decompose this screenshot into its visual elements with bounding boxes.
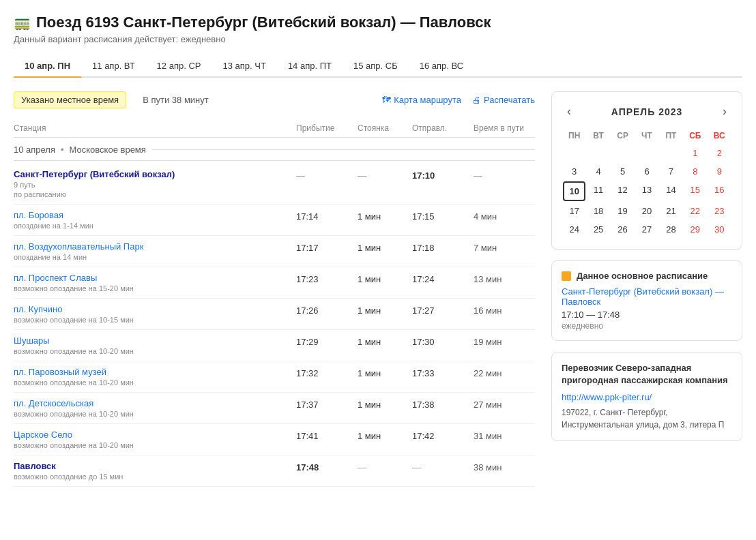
calendar-day[interactable]: 11	[587, 181, 609, 201]
station-departure: —	[412, 461, 474, 472]
calendar-day[interactable]: 14	[660, 181, 682, 201]
date-tab-4[interactable]: 14 апр. ПТ	[277, 55, 343, 76]
calendar-prev-button[interactable]: ‹	[563, 103, 575, 120]
print-link[interactable]: 🖨 Распечатать	[472, 95, 535, 105]
station-travel: 31 мин	[474, 430, 535, 441]
stations-list: Санкт-Петербург (Витебский вокзал)9 путь…	[14, 164, 535, 487]
station-arrival: 17:48	[296, 461, 358, 472]
schedule-info-header: Данное основное расписание	[562, 271, 732, 281]
station-departure: 17:38	[412, 398, 474, 410]
calendar-day	[587, 145, 609, 162]
calendar-day[interactable]: 19	[611, 202, 634, 220]
table-row: пл. Воздухоплавательный Паркопоздание на…	[14, 236, 535, 267]
calendar-day[interactable]: 6	[635, 163, 658, 180]
calendar-day[interactable]: 21	[660, 202, 682, 220]
calendar-day[interactable]: 17	[563, 202, 585, 220]
station-stop: 1 мин	[358, 304, 412, 316]
schedule-dot	[562, 271, 571, 281]
date-tab-2[interactable]: 12 апр. СР	[146, 55, 212, 76]
station-name[interactable]: пл. Воздухоплавательный Парк	[14, 241, 296, 252]
carrier-info: Перевозчик Северо-западная пригородная п…	[551, 352, 742, 441]
map-icon: 🗺	[382, 95, 391, 105]
calendar-dow: ВТ	[587, 128, 609, 143]
carrier-website-link[interactable]: http://www.ppk-piter.ru/	[562, 392, 732, 402]
schedule-times: 17:10 — 17:48	[562, 310, 732, 320]
local-time-badge: Указано местное время	[14, 91, 126, 108]
calendar-day[interactable]: 1	[684, 145, 706, 162]
schedule-route-link[interactable]: Санкт-Петербург (Витебский вокзал) — Пав…	[562, 286, 732, 307]
calendar-day[interactable]: 26	[611, 221, 634, 238]
calendar-day[interactable]: 10	[563, 181, 585, 201]
station-name[interactable]: пл. Проспект Славы	[14, 273, 296, 283]
carrier-title: Перевозчик Северо-западная пригородная п…	[562, 362, 732, 387]
date-tab-3[interactable]: 13 апр. ЧТ	[212, 55, 276, 76]
date-tab-6[interactable]: 16 апр. ВС	[409, 55, 474, 76]
calendar-day[interactable]: 4	[587, 163, 609, 180]
schedule-info-title: Данное основное расписание	[577, 271, 708, 281]
station-name[interactable]: Павловск	[14, 461, 296, 471]
station-meta: возможно опоздание на 10-20 мин	[14, 347, 296, 355]
station-departure: 17:10	[412, 169, 474, 181]
calendar-day[interactable]: 7	[660, 163, 682, 180]
calendar-dow: СБ	[684, 128, 706, 143]
station-name[interactable]: пл. Паровозный музей	[14, 367, 296, 377]
calendar-day[interactable]: 13	[635, 181, 658, 201]
station-departure: 17:42	[412, 430, 474, 441]
print-icon: 🖨	[472, 95, 481, 105]
calendar-day[interactable]: 28	[660, 221, 682, 238]
station-stop: 1 мин	[358, 335, 412, 347]
station-departure: 17:27	[412, 304, 474, 316]
col-travel-header: Время в пути	[474, 123, 535, 133]
calendar-day[interactable]: 30	[708, 221, 731, 238]
calendar-header: ‹ АПРЕЛЬ 2023 ›	[563, 103, 731, 120]
print-link-label: Распечатать	[484, 95, 535, 105]
calendar-day[interactable]: 2	[708, 145, 731, 162]
station-name[interactable]: пл. Купчино	[14, 304, 296, 314]
calendar-day[interactable]: 20	[635, 202, 658, 220]
date-tabs: 10 апр. ПН11 апр. ВТ12 апр. СР13 апр. ЧТ…	[14, 55, 742, 78]
calendar-day[interactable]: 24	[563, 221, 585, 238]
station-travel: 22 мин	[474, 367, 535, 378]
calendar-title: АПРЕЛЬ 2023	[611, 106, 683, 117]
station-meta2: по расписанию	[14, 190, 296, 198]
carrier-address: 197022, г. Санкт- Петербург, Инструмента…	[562, 406, 732, 431]
station-name[interactable]: Царское Село	[14, 430, 296, 440]
calendar-day[interactable]: 22	[684, 202, 706, 220]
separator-timezone: Московское время	[70, 145, 146, 155]
calendar-day[interactable]: 18	[587, 202, 609, 220]
station-travel: 27 мин	[474, 398, 535, 410]
date-tab-1[interactable]: 11 апр. ВТ	[81, 55, 146, 76]
calendar-next-button[interactable]: ›	[718, 103, 731, 120]
calendar-day[interactable]: 3	[563, 163, 585, 180]
col-departure-header: Отправл.	[412, 123, 474, 133]
station-departure: 17:15	[412, 210, 474, 222]
map-link[interactable]: 🗺 Карта маршрута	[382, 95, 461, 105]
station-meta: опоздание на 1-14 мин	[14, 222, 296, 230]
station-arrival: 17:14	[296, 210, 358, 222]
station-arrival: 17:29	[296, 335, 358, 347]
station-arrival: 17:37	[296, 398, 358, 410]
calendar-day[interactable]: 12	[611, 181, 634, 201]
calendar-dow: ВС	[708, 128, 731, 143]
station-name[interactable]: Шушары	[14, 335, 296, 346]
calendar-day[interactable]: 29	[684, 221, 706, 238]
station-name[interactable]: пл. Детскосельская	[14, 398, 296, 408]
title-text: Поезд 6193 Санкт-Петербург (Витебский во…	[36, 14, 491, 31]
station-name[interactable]: Санкт-Петербург (Витебский вокзал)	[14, 169, 296, 179]
calendar-day[interactable]: 8	[684, 163, 706, 180]
calendar-day[interactable]: 16	[708, 181, 731, 201]
calendar-day[interactable]: 25	[587, 221, 609, 238]
date-tab-0[interactable]: 10 апр. ПН	[14, 55, 81, 78]
station-stop: 1 мин	[358, 273, 412, 284]
calendar-day	[563, 145, 585, 162]
calendar-day[interactable]: 15	[684, 181, 706, 201]
calendar-day[interactable]: 5	[611, 163, 634, 180]
calendar-day[interactable]: 9	[708, 163, 731, 180]
station-arrival: 17:32	[296, 367, 358, 378]
table-row: пл. Купчиновозможно опоздание на 10-15 м…	[14, 299, 535, 330]
page-header: 🚃 Поезд 6193 Санкт-Петербург (Витебский …	[14, 14, 742, 44]
calendar-day[interactable]: 27	[635, 221, 658, 238]
station-name[interactable]: пл. Боровая	[14, 210, 296, 220]
date-tab-5[interactable]: 15 апр. СБ	[343, 55, 409, 76]
calendar-day[interactable]: 23	[708, 202, 731, 220]
